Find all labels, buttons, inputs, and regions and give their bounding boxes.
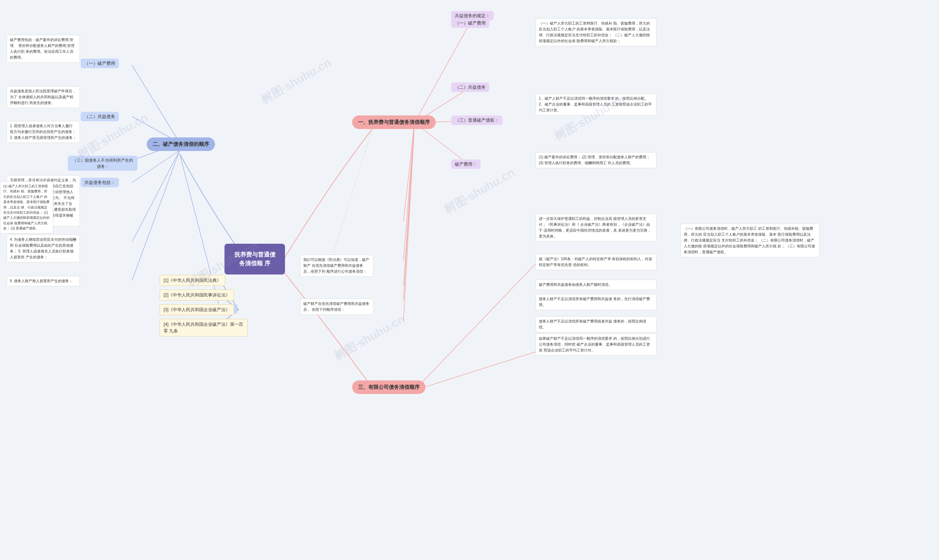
sub-node-s3: （三）固债务人不当得利所产生的债务： — [68, 156, 137, 171]
svg-line-14 — [415, 123, 470, 165]
main-node-3: 三、有限公司债务清偿顺序 — [352, 380, 426, 394]
sub-node-s8: （三）普通破产债权： — [451, 115, 503, 125]
main-node-2: 二、破产债务清偿的顺序 — [147, 137, 215, 151]
sub-node-s2: （二）共益债务 — [81, 112, 119, 121]
sub-node-s1: （一）破产费用 — [81, 58, 119, 68]
svg-line-19 — [404, 123, 415, 321]
text-node-t16: 债务人财产不足以清偿所有破产费用或者共益 债务的，按照比例清偿。 — [535, 316, 657, 332]
center-node: 抚养费与普通债务清偿顺 序 — [225, 244, 285, 274]
svg-line-15 — [404, 123, 415, 222]
svg-line-22 — [330, 123, 374, 264]
watermark-3: 树图·shuhu.cn — [441, 165, 518, 218]
text-node-t13: 据《破产法》109条：对破产人的特定财产享 有担保权的权利人，对该特定财产享有优… — [535, 254, 657, 270]
text-node-t7: (1) 破产人所欠职工的工资和医疗、伤残补 助、抚恤费用，所欠的应当划入职工个人… — [0, 182, 53, 234]
svg-line-3 — [132, 150, 180, 183]
svg-line-11 — [415, 24, 470, 123]
text-node-t19: 我们可以根据《民法典》可以知道，破产财产 在优先清偿破产费用和共益债务后，依照下… — [300, 255, 373, 277]
text-node-t9: （一）破产人所欠职工的工资和医疗、伤残补 助、抚恤费用，所欠的应当划入职工个人账… — [535, 18, 657, 46]
sub-node-s6: （一）破产费用 — [451, 18, 489, 28]
ref-node-r2: [2]《中华人民共和国民事诉讼法》 — [160, 289, 234, 300]
watermark-2: 树图·shuhu.cn — [258, 55, 334, 108]
ref-node-r3: [3]《中华人民共和国企业破产法》 — [160, 304, 234, 315]
text-node-t14: 破产费用和共益债务由债务人财产随时清偿。 — [535, 280, 657, 290]
svg-line-5 — [132, 150, 180, 280]
text-node-t15: 债务人财产不足以清偿所有破产费用和共益债 务的，先行清偿破产费用。 — [535, 294, 657, 310]
sub-node-s4: 共益债务包括： — [81, 178, 119, 187]
text-node-t18: 如果破产财产不足以清偿同一顺序的清偿要求 的，按照比例分别进行公司债务清偿，同时… — [535, 334, 657, 355]
text-node-t1: 破产费用包括：破产案件的诉讼费用;管理、 受价和分配债务人财产的费用;管理人执行… — [6, 35, 80, 63]
svg-line-20 — [415, 264, 535, 390]
text-node-t6: 6. 债务人财产致人损害所产生的债务； — [6, 276, 80, 286]
text-node-t11: (1) 破产案件的诉讼费用； (2) 管理、变价和分配债务人财产的费用； (3)… — [535, 152, 657, 168]
sub-node-s7: （二）共益债务 — [451, 83, 489, 92]
svg-line-0 — [132, 65, 180, 143]
text-node-t3: 1. 因管理人或者债务人对方当事人履行 双方均未履行完毕的合同所产生的债务； 2… — [6, 121, 80, 143]
sub-node-s9: 破产费用： — [451, 159, 481, 169]
watermark-6: 树图·shuhu.cn — [331, 311, 407, 365]
ref-node-r1: [1]《中华人民共和国民法典》 — [160, 275, 225, 286]
svg-line-16 — [404, 123, 415, 260]
svg-line-6 — [180, 154, 220, 310]
svg-line-17 — [404, 123, 415, 286]
text-node-t5: 4. 为债务人继续营业而应支付的劳动报酬和 社会保险费用以及由此产生的其他债务；… — [6, 235, 80, 262]
svg-line-4 — [132, 150, 180, 242]
text-node-t8: 破产财产在优先清偿破产费用和共益债务后， 依照下列顺序清偿： — [300, 299, 373, 315]
ref-node-r4: [4]《中华人民共和国企业破产法》第一百零 九条 — [160, 319, 248, 337]
svg-line-18 — [404, 123, 415, 300]
mindmap-canvas: 抚养费与普通债务清偿顺 序 一、抚养费与普通债务清偿顺序 二、破产债务清偿的顺序… — [0, 0, 939, 560]
text-node-t10: 1、破产人财产不足以清偿同一顺序的清偿要求 的，按照比例分配。 2、破产企业的董… — [535, 94, 657, 115]
text-node-t12: 进一步加大保护普通职工的利益，控制企业高 级管理人员的薪资支付；《民事诉讼法》和… — [535, 214, 657, 242]
text-node-t17: （一）有限公司债务清偿时，破产人所欠职工 的工资和医疗、伤残补助、抚恤费用，所欠… — [680, 223, 820, 257]
svg-line-21 — [415, 352, 535, 390]
main-node-1: 一、抚养费与普通债务清偿顺序 — [352, 115, 436, 129]
text-node-t2: 共益债务是指人民法院受理破产申请后，为了 全体债权人的共同利益以及破产程序顺利进… — [6, 86, 80, 108]
